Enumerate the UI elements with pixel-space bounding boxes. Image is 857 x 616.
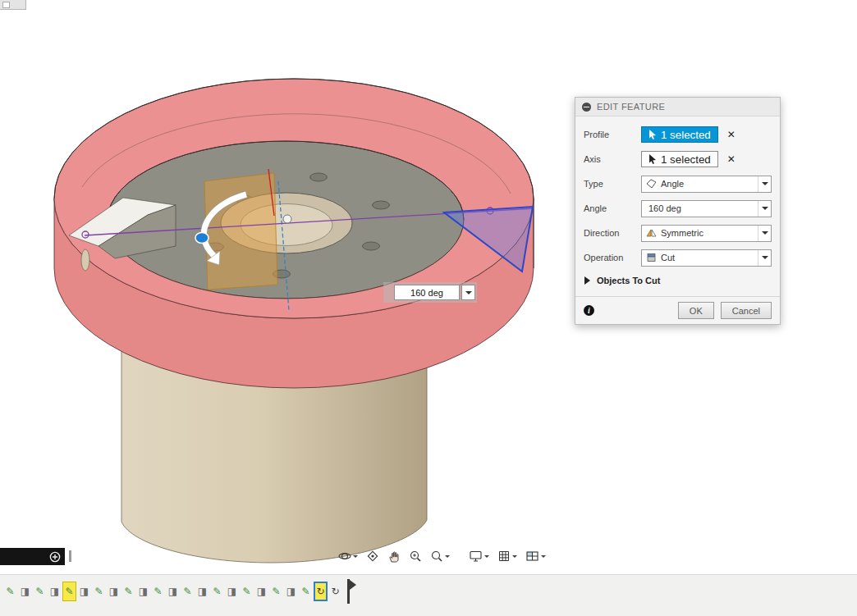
- chevron-down-icon: [353, 555, 358, 560]
- type-label: Type: [584, 179, 641, 189]
- timeline-item-sketch[interactable]: ✎: [151, 582, 165, 601]
- plus-circle-icon[interactable]: [49, 551, 61, 563]
- type-dropdown[interactable]: Angle: [641, 176, 772, 193]
- operation-dropdown[interactable]: Cut: [641, 249, 772, 267]
- objects-to-cut-expander[interactable]: Objects To Cut: [584, 270, 772, 294]
- chevron-down-icon: [484, 555, 489, 560]
- chevron-down-icon: [758, 250, 771, 266]
- timeline-item-sketch[interactable]: ✎: [240, 582, 254, 601]
- grid-and-snaps-button[interactable]: [496, 548, 519, 564]
- chevron-down-icon: [758, 226, 771, 241]
- zoom-icon: [409, 550, 422, 563]
- cursor-icon: [648, 130, 657, 139]
- dialog-title: EDIT FEATURE: [597, 102, 665, 112]
- axis-selected-count: 1 selected: [661, 153, 711, 166]
- timeline-item-extrude[interactable]: ◨: [136, 582, 150, 601]
- notch-cylinder-sliver: [81, 249, 89, 271]
- angle-label: Angle: [584, 203, 641, 213]
- timeline-item-extrude[interactable]: ◨: [166, 582, 180, 601]
- chevron-down-icon: [758, 176, 771, 192]
- ok-button[interactable]: OK: [678, 302, 714, 319]
- timeline-controls-bar: [0, 548, 65, 565]
- timeline-item-revolve[interactable]: ↻: [314, 582, 328, 601]
- sketch-profile-face[interactable]: [204, 173, 277, 290]
- timeline-item-sketch[interactable]: ✎: [3, 582, 17, 601]
- viewports-button[interactable]: [524, 548, 548, 564]
- axis-label: Axis: [584, 154, 641, 164]
- direction-value: Symmetric: [661, 228, 703, 238]
- axis-select-button[interactable]: 1 selected: [641, 151, 718, 167]
- info-icon[interactable]: i: [584, 305, 594, 316]
- profile-selected-count: 1 selected: [661, 129, 711, 141]
- timeline-item-sketch[interactable]: ✎: [121, 582, 135, 601]
- angle-dimension-dropdown[interactable]: [461, 285, 475, 300]
- profile-row: Profile 1 selected ✕: [584, 122, 772, 147]
- timeline-item-sketch[interactable]: ✎: [181, 582, 195, 601]
- angle-input[interactable]: 160 deg: [641, 200, 772, 217]
- zoom-button[interactable]: [407, 548, 424, 564]
- chevron-down-icon: [758, 201, 771, 217]
- profile-select-button[interactable]: 1 selected: [641, 126, 718, 143]
- manipulator-drag-dot[interactable]: [195, 233, 209, 244]
- profile-label: Profile: [584, 130, 641, 139]
- angle-type-icon: [646, 179, 657, 189]
- timeline-item-extrude[interactable]: ◨: [225, 582, 239, 601]
- timeline-playhead[interactable]: [346, 579, 355, 604]
- direction-row: Direction Symmetric: [584, 221, 772, 245]
- operation-row: Operation Cut: [584, 245, 772, 270]
- angle-row: Angle 160 deg: [584, 196, 772, 221]
- dialog-header[interactable]: EDIT FEATURE: [575, 98, 780, 116]
- pan-icon: [387, 550, 401, 563]
- fit-icon: [430, 550, 443, 563]
- timeline-item-extrude[interactable]: ◨: [107, 582, 121, 601]
- chevron-down-icon: [512, 555, 517, 560]
- grid-icon: [497, 550, 511, 563]
- type-value: Angle: [661, 179, 684, 189]
- window-fragment: [0, 0, 26, 10]
- timeline-item-sketch[interactable]: ✎: [62, 582, 76, 601]
- axis-row: Axis 1 selected ✕: [584, 147, 772, 171]
- timeline-item-extrude[interactable]: ◨: [284, 582, 298, 601]
- axis-clear-button[interactable]: ✕: [727, 154, 736, 164]
- direction-dropdown[interactable]: Symmetric: [641, 225, 772, 242]
- orbit-button[interactable]: [337, 548, 360, 564]
- timeline-handle[interactable]: [69, 550, 71, 562]
- chevron-down-icon: [541, 555, 546, 560]
- timeline-item-sketch[interactable]: ✎: [269, 582, 283, 601]
- navigation-toolbar: [337, 546, 548, 566]
- timeline-item-sketch[interactable]: ✎: [92, 582, 106, 601]
- dimension-input-box: 160 deg: [383, 282, 477, 303]
- display-settings-button[interactable]: [467, 548, 491, 564]
- timeline-item-sketch[interactable]: ✎: [210, 582, 224, 601]
- manipulator-origin-grip[interactable]: [283, 215, 291, 223]
- dialog-footer: i OK Cancel: [575, 296, 780, 324]
- display-settings-icon: [469, 550, 483, 563]
- look-at-button[interactable]: [364, 548, 381, 564]
- profile-clear-button[interactable]: ✕: [727, 130, 736, 139]
- cut-operation-icon: [646, 253, 657, 262]
- feature-icon: [582, 103, 591, 112]
- timeline-item-sketch[interactable]: ✎: [33, 582, 47, 601]
- timeline-item-sketch[interactable]: ✎: [299, 582, 313, 601]
- timeline-item-extrude[interactable]: ◨: [48, 582, 62, 601]
- timeline-bar: ✎◨✎◨✎◨✎◨✎◨✎◨✎◨✎◨✎◨✎◨✎↻↻: [0, 574, 857, 616]
- timeline-items: ✎◨✎◨✎◨✎◨✎◨✎◨✎◨✎◨✎◨✎◨✎↻↻: [3, 579, 355, 604]
- timeline-item-revolve[interactable]: ↻: [328, 582, 342, 601]
- timeline-item-extrude[interactable]: ◨: [195, 582, 209, 601]
- fit-button[interactable]: [428, 548, 451, 564]
- timeline-item-extrude[interactable]: ◨: [254, 582, 268, 601]
- angle-dimension-input[interactable]: 160 deg: [394, 285, 460, 300]
- timeline-item-extrude[interactable]: ◨: [77, 582, 91, 601]
- timeline-item-extrude[interactable]: ◨: [18, 582, 32, 601]
- symmetric-direction-icon: [646, 228, 657, 238]
- cancel-button[interactable]: Cancel: [721, 302, 772, 319]
- objects-to-cut-label: Objects To Cut: [597, 276, 660, 285]
- cursor-icon: [648, 154, 657, 164]
- orbit-icon: [338, 550, 351, 563]
- pan-button[interactable]: [386, 548, 402, 564]
- direction-label: Direction: [584, 228, 641, 238]
- chevron-down-icon: [465, 291, 472, 298]
- operation-label: Operation: [584, 253, 641, 262]
- chevron-down-icon: [445, 555, 450, 560]
- angle-value: 160 deg: [648, 203, 681, 213]
